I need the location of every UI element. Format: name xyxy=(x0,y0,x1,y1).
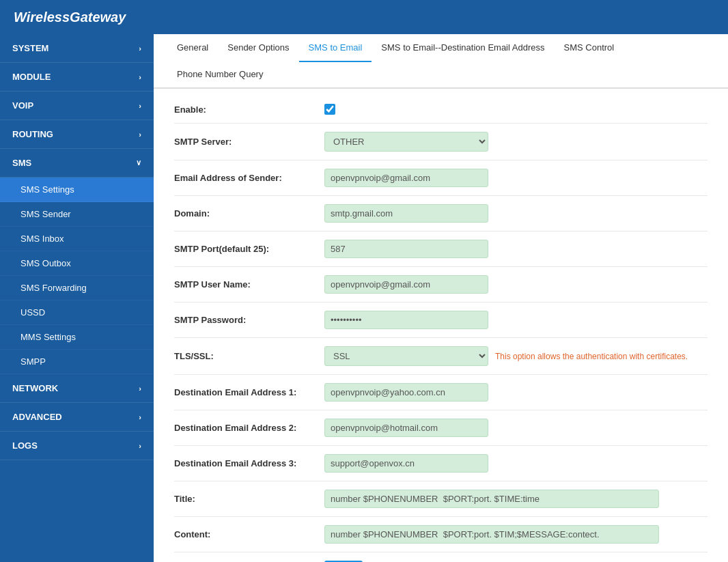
sidebar-label-routing: ROUTING xyxy=(12,129,53,139)
form-area: Enable: SMTP Server: OTHER GMAIL YAHOO E… xyxy=(154,89,728,562)
label-title: Title: xyxy=(174,494,324,504)
form-row-title: Title: xyxy=(174,481,708,517)
app-title: WirelessGateway xyxy=(14,10,126,25)
label-smtp-server: SMTP Server: xyxy=(174,137,324,147)
sidebar-item-advanced[interactable]: ADVANCED › xyxy=(0,403,154,432)
sidebar-label-system: SYSTEM xyxy=(12,43,48,53)
input-email-sender[interactable] xyxy=(324,169,488,187)
label-content: Content: xyxy=(174,529,324,539)
label-smtp-username: SMTP User Name: xyxy=(174,279,324,290)
sidebar-item-logs[interactable]: LOGS › xyxy=(0,432,154,460)
form-row-dest-email-1: Destination Email Address 1: xyxy=(174,375,708,410)
sidebar-sub-label-sms-outbox: SMS Outbox xyxy=(20,258,71,268)
sidebar-sub-label-sms-sender: SMS Sender xyxy=(20,209,71,219)
sidebar-sub-item-sms-outbox[interactable]: SMS Outbox xyxy=(0,251,154,276)
label-enable: Enable: xyxy=(174,104,324,115)
sidebar-item-network[interactable]: NETWORK › xyxy=(0,374,154,403)
form-row-content: Content: xyxy=(174,517,708,552)
chevron-icon-logs: › xyxy=(139,442,141,450)
sidebar-sub-item-sms-sender[interactable]: SMS Sender xyxy=(0,202,154,227)
sidebar-sub-label-smpp: SMPP xyxy=(20,356,46,367)
sidebar-label-voip: VOIP xyxy=(12,100,33,111)
tab-sms-to-email-dest[interactable]: SMS to Email--Destination Email Address xyxy=(372,34,554,61)
chevron-icon-system: › xyxy=(139,44,141,53)
sidebar-sub-item-sms-forwarding[interactable]: SMS Forwarding xyxy=(0,276,154,300)
tab-phone-number-query[interactable]: Phone Number Query xyxy=(167,61,272,87)
sidebar-sub-label-sms-inbox: SMS Inbox xyxy=(20,234,64,244)
sidebar-sub-label-sms-settings: SMS Settings xyxy=(20,184,74,195)
sidebar-item-module[interactable]: MODULE › xyxy=(0,63,154,92)
label-smtp-port: SMTP Port(default 25): xyxy=(174,244,324,254)
input-domain[interactable] xyxy=(324,204,488,223)
form-row-test: Test: Test xyxy=(174,552,708,562)
chevron-icon-sms: ∨ xyxy=(136,158,141,167)
label-dest-email-2: Destination Email Address 2: xyxy=(174,423,324,433)
main-content: General Sender Options SMS to Email SMS … xyxy=(154,34,728,562)
form-row-smtp-port: SMTP Port(default 25): xyxy=(174,231,708,267)
form-row-dest-email-3: Destination Email Address 3: xyxy=(174,446,708,481)
sidebar-item-system[interactable]: SYSTEM › xyxy=(0,34,154,63)
sidebar-sub-item-sms-settings[interactable]: SMS Settings xyxy=(0,178,154,202)
app-header: WirelessGateway xyxy=(0,0,728,34)
sidebar-sub-label-ussd: USSD xyxy=(20,307,45,318)
input-dest-email-2[interactable] xyxy=(324,419,488,437)
tabs-bar: General Sender Options SMS to Email SMS … xyxy=(154,34,728,89)
input-dest-email-3[interactable] xyxy=(324,454,488,473)
select-tls-ssl[interactable]: SSL TLS NONE xyxy=(324,346,488,366)
sidebar-label-advanced: ADVANCED xyxy=(12,412,62,422)
sidebar-item-voip[interactable]: VOIP › xyxy=(0,92,154,120)
form-row-smtp-server: SMTP Server: OTHER GMAIL YAHOO xyxy=(174,124,708,160)
sidebar-label-logs: LOGS xyxy=(12,440,38,451)
input-enable[interactable] xyxy=(324,104,335,115)
sidebar-sub-item-smpp[interactable]: SMPP xyxy=(0,350,154,374)
sidebar-sub-label-mms-settings: MMS Settings xyxy=(20,332,76,342)
label-tls-ssl: TLS/SSL: xyxy=(174,351,324,361)
sidebar-item-sms[interactable]: SMS ∨ xyxy=(0,149,154,178)
sidebar: SYSTEM › MODULE › VOIP › ROUTING › SMS ∨… xyxy=(0,34,154,562)
input-dest-email-1[interactable] xyxy=(324,383,488,402)
sidebar-sub-item-ussd[interactable]: USSD xyxy=(0,300,154,325)
form-row-domain: Domain: xyxy=(174,196,708,231)
tab-sms-to-email[interactable]: SMS to Email xyxy=(299,34,372,62)
tab-sender-options[interactable]: Sender Options xyxy=(218,34,298,61)
label-email-sender: Email Address of Sender: xyxy=(174,173,324,183)
tls-hint-text: This option allows the authentication wi… xyxy=(495,352,688,361)
input-title[interactable] xyxy=(324,490,659,508)
chevron-icon-module: › xyxy=(139,73,141,81)
form-row-dest-email-2: Destination Email Address 2: xyxy=(174,410,708,446)
form-row-email-sender: Email Address of Sender: xyxy=(174,160,708,196)
form-row-smtp-password: SMTP Password: xyxy=(174,303,708,338)
chevron-icon-network: › xyxy=(139,384,141,393)
chevron-icon-routing: › xyxy=(139,130,141,139)
sidebar-sub-item-mms-settings[interactable]: MMS Settings xyxy=(0,325,154,350)
sidebar-item-routing[interactable]: ROUTING › xyxy=(0,120,154,149)
tab-general[interactable]: General xyxy=(167,34,218,61)
chevron-icon-voip: › xyxy=(139,102,141,110)
form-row-tls-ssl: TLS/SSL: SSL TLS NONE This option allows… xyxy=(174,338,708,375)
tab-sms-control[interactable]: SMS Control xyxy=(555,34,624,61)
form-row-enable: Enable: xyxy=(174,96,708,124)
input-smtp-port[interactable] xyxy=(324,240,488,258)
input-content[interactable] xyxy=(324,525,659,544)
chevron-icon-advanced: › xyxy=(139,413,141,421)
sidebar-sub-label-sms-forwarding: SMS Forwarding xyxy=(20,283,87,293)
select-smtp-server[interactable]: OTHER GMAIL YAHOO xyxy=(324,132,488,152)
form-row-smtp-username: SMTP User Name: xyxy=(174,267,708,303)
input-smtp-username[interactable] xyxy=(324,275,488,294)
sidebar-label-network: NETWORK xyxy=(12,383,58,393)
label-dest-email-1: Destination Email Address 1: xyxy=(174,387,324,397)
sidebar-label-sms: SMS xyxy=(12,158,31,168)
sidebar-sub-item-sms-inbox[interactable]: SMS Inbox xyxy=(0,227,154,251)
sidebar-label-module: MODULE xyxy=(12,72,51,82)
label-smtp-password: SMTP Password: xyxy=(174,315,324,325)
label-domain: Domain: xyxy=(174,208,324,219)
input-smtp-password[interactable] xyxy=(324,311,488,329)
label-dest-email-3: Destination Email Address 3: xyxy=(174,458,324,468)
